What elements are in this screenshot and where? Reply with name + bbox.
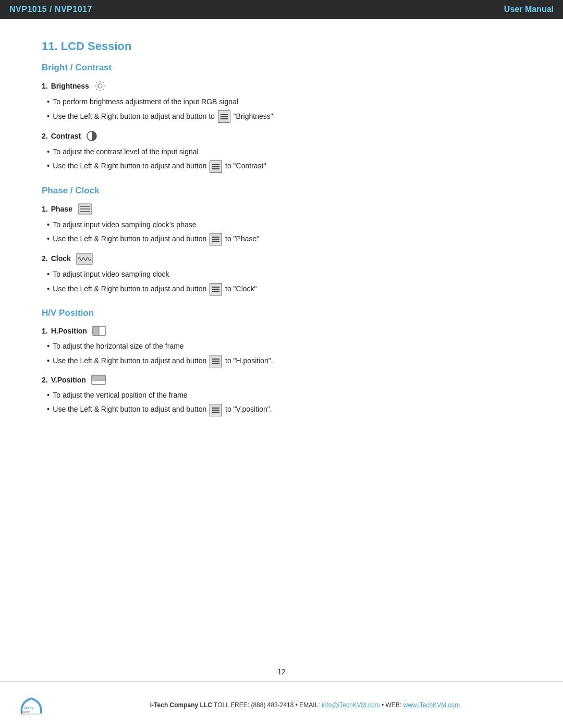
clock-bullet-2: • Use the Left & Right button to adjust … [42,283,521,295]
clock-bullet-text-1: To adjust input video sampling clock [53,268,169,280]
numbered-block-vposition: 2. V.Position • To adjust the vertical p… [42,375,521,416]
numbered-item-hposition: 1. H.Position [42,326,521,336]
brightness-num: 1. [42,82,48,90]
phase-menu-icon [210,233,222,245]
contrast-icon [86,130,97,142]
page-header: NVP1015 / NVP1017 User Manual [0,0,563,19]
footer-text: i-Tech Company LLC TOLL FREE: (888) 483-… [63,701,547,709]
phase-bullet-text-2: Use the Left & Right button to adjust an… [53,233,259,245]
clock-bullet-1: • To adjust input video sampling clock [42,268,521,280]
vpos-icon [91,375,105,385]
svg-line-8 [96,89,97,90]
phase-label: Phase [51,205,72,213]
vposition-bullet-1: • To adjust the vertical position of the… [42,389,521,401]
page-number: 12 [277,668,286,676]
brightness-label: Brightness [51,82,89,90]
svg-text:DATA CENTER SOLUTIONS: DATA CENTER SOLUTIONS [20,713,39,715]
brightness-bullet-text-2: Use the Left & Right button to adjust an… [53,110,273,123]
hposition-num: 1. [42,327,48,335]
numbered-block-phase: 1. Phase • To adjust input video samplin… [42,203,521,246]
svg-point-0 [98,84,102,88]
numbered-block-clock: 2. Clock • To adjust input video samplin… [42,253,521,295]
contrast-bullet-1: • To adjust the contrast level of the in… [42,146,521,158]
subsection-title-bright-contrast: Bright / Contrast [42,63,521,73]
footer-web-link[interactable]: www.iTechKVM.com [403,701,460,709]
numbered-block-contrast: 2. Contrast • To adjust the contrast lev… [42,130,521,173]
clock-num: 2. [42,254,48,263]
hpos-icon [92,326,105,336]
header-product-name: NVP1015 / NVP1017 [9,5,92,14]
numbered-item-contrast: 2. Contrast [42,130,521,142]
main-content: 11. LCD Session Bright / Contrast 1. Bri… [0,19,563,491]
subsection-bright-contrast: Bright / Contrast 1. Brightness [42,63,521,173]
brightness-bullet-text-1: To perform brightness adjustment of the … [53,96,238,107]
footer-logo: i-TECH COMPANY DATA CENTER SOLUTIONS [16,695,47,715]
brightness-bullet-2: • Use the Left & Right button to adjust … [42,110,521,123]
clock-label: Clock [51,254,71,263]
footer-toll-free: (888) 483-2418 [251,701,293,709]
phase-bullet-1: • To adjust input video sampling clock’s… [42,219,521,231]
contrast-label: Contrast [51,132,81,140]
vposition-bullet-2: • Use the Left & Right button to adjust … [42,403,521,416]
contrast-bullet-text-1: To adjust the contrast level of the inpu… [53,146,198,157]
footer-web-label: WEB: [385,701,403,709]
svg-line-7 [103,82,104,83]
svg-rect-18 [92,375,105,380]
subsection-hv-position: H/V Position 1. H.Position • To adjust t… [42,308,521,416]
svg-text:i-TECH: i-TECH [23,706,33,709]
numbered-block-hposition: 1. H.Position • To adjust the horizontal… [42,326,521,367]
svg-line-5 [96,82,97,83]
footer-company: i-Tech Company LLC [150,701,212,709]
hposition-bullet-1: • To adjust the horizontal size of the f… [42,340,521,352]
footer-email-label: EMAIL: [299,701,322,709]
hposition-bullet-text-1: To adjust the horizontal size of the fra… [53,340,183,352]
subsection-title-phase-clock: Phase / Clock [42,186,521,196]
vposition-num: 2. [42,376,48,384]
svg-text:COMPANY: COMPANY [21,711,31,713]
subsection-phase-clock: Phase / Clock 1. Phase • To ad [42,186,521,296]
numbered-block-brightness: 1. Brightness [42,80,521,123]
hposition-label: H.Position [51,327,87,335]
numbered-item-clock: 2. Clock [42,253,521,264]
header-manual-label: User Manual [504,5,554,14]
phase-bullet-2: • Use the Left & Right button to adjust … [42,233,521,245]
footer-email-link[interactable]: info@iTechKVM.com [322,701,380,709]
contrast-bullet-text-2: Use the Left & Right button to adjust an… [53,160,266,172]
footer-toll-free-label: TOLL FREE: [214,701,251,709]
hposition-bullet-text-2: Use the Left & Right button to adjust an… [53,355,273,367]
phase-num: 1. [42,205,48,213]
vposition-menu-icon [210,404,222,416]
clock-wavy-icon [76,253,91,264]
clock-menu-icon [210,283,222,295]
hposition-menu-icon [210,355,222,367]
svg-rect-16 [93,326,99,336]
clock-bullet-text-2: Use the Left & Right button to adjust an… [53,283,256,295]
vposition-bullet-text-2: Use the Left & Right button to adjust an… [53,403,272,416]
brightness-menu-icon [218,110,230,123]
phase-bullet-text-1: To adjust input video sampling clock’s p… [53,219,196,230]
numbered-item-phase: 1. Phase [42,203,521,215]
phase-icon [78,203,91,215]
numbered-item-brightness: 1. Brightness [42,80,521,92]
vposition-bullet-text-1: To adjust the vertical position of the f… [53,389,187,401]
hposition-bullet-2: • Use the Left & Right button to adjust … [42,355,521,367]
svg-line-6 [103,89,104,90]
numbered-item-vposition: 2. V.Position [42,375,521,385]
brightness-bullet-1: • To perform brightness adjustment of th… [42,96,521,108]
contrast-menu-icon [210,161,222,173]
section-title: 11. LCD Session [42,40,521,53]
vposition-label: V.Position [51,376,86,384]
itech-logo-svg: i-TECH COMPANY DATA CENTER SOLUTIONS [16,695,47,715]
sun-icon [94,80,106,92]
subsection-title-hv-position: H/V Position [42,308,521,318]
contrast-num: 2. [42,132,48,140]
contrast-bullet-2: • Use the Left & Right button to adjust … [42,160,521,172]
page-footer: i-TECH COMPANY DATA CENTER SOLUTIONS i-T… [0,681,563,728]
